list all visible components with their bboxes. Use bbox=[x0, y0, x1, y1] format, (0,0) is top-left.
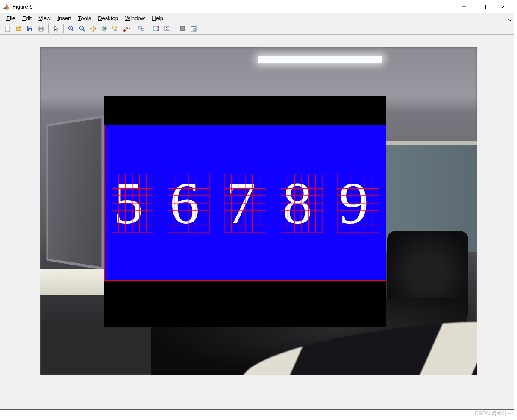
figure-window: Figure 9 File Edit View Insert Tools Des… bbox=[0, 0, 514, 410]
svg-rect-30 bbox=[158, 29, 159, 31]
digit-value: 5 bbox=[113, 170, 143, 236]
digit-cell-2: 7 bbox=[226, 175, 264, 231]
svg-rect-31 bbox=[165, 26, 170, 31]
svg-point-24 bbox=[123, 30, 125, 32]
rotate-3d-button[interactable] bbox=[99, 24, 109, 33]
close-button[interactable] bbox=[494, 0, 513, 13]
brush-button[interactable]: ▼ bbox=[121, 24, 132, 33]
pan-button[interactable] bbox=[88, 24, 98, 33]
svg-rect-9 bbox=[40, 26, 42, 28]
digit-value: 6 bbox=[170, 170, 200, 236]
link-plots-button[interactable] bbox=[136, 24, 147, 33]
svg-rect-27 bbox=[154, 26, 158, 31]
colorbar-button[interactable] bbox=[151, 24, 162, 33]
svg-rect-7 bbox=[29, 29, 31, 31]
dock-arrow-icon[interactable]: ↘ bbox=[507, 17, 511, 23]
axes-image: 5 6 7 8 9 bbox=[40, 47, 477, 375]
title-bar: Figure 9 bbox=[0, 0, 514, 13]
menu-edit[interactable]: Edit bbox=[19, 14, 35, 22]
svg-line-12 bbox=[72, 30, 74, 32]
maximize-button[interactable] bbox=[474, 0, 494, 13]
svg-rect-39 bbox=[194, 28, 196, 31]
menu-insert[interactable]: Insert bbox=[54, 14, 75, 22]
menu-desktop[interactable]: Desktop bbox=[94, 14, 122, 22]
svg-rect-38 bbox=[191, 26, 196, 27]
legend-button[interactable] bbox=[162, 24, 173, 33]
zoom-out-button[interactable] bbox=[77, 24, 87, 33]
print-button[interactable] bbox=[36, 24, 46, 33]
digit-cell-4: 9 bbox=[339, 175, 377, 231]
svg-rect-36 bbox=[180, 26, 185, 31]
digit-value: 7 bbox=[226, 170, 256, 236]
pointer-button[interactable] bbox=[51, 24, 61, 33]
menu-help[interactable]: Help bbox=[148, 14, 167, 22]
data-cursor-button[interactable] bbox=[110, 24, 120, 33]
svg-rect-10 bbox=[40, 29, 42, 31]
svg-line-16 bbox=[83, 30, 85, 32]
svg-rect-21 bbox=[113, 26, 117, 29]
digit-cell-0: 5 bbox=[113, 175, 152, 231]
digit-value: 9 bbox=[339, 170, 369, 236]
open-button[interactable] bbox=[14, 24, 24, 33]
digit-cell-3: 8 bbox=[282, 175, 321, 231]
menu-tools[interactable]: Tools bbox=[75, 14, 94, 22]
toolbar: ▼ bbox=[0, 23, 514, 35]
minimize-button[interactable] bbox=[454, 0, 474, 13]
window-title: Figure 9 bbox=[12, 3, 33, 10]
watermark-text: CSDN @树叶~ bbox=[475, 410, 511, 417]
figure-canvas[interactable]: 5 6 7 8 9 bbox=[0, 35, 514, 409]
digit-row: 5 6 7 8 9 bbox=[104, 171, 386, 235]
matlab-icon bbox=[3, 3, 10, 10]
svg-rect-29 bbox=[158, 26, 159, 28]
save-button[interactable] bbox=[25, 24, 35, 33]
digit-value: 8 bbox=[282, 170, 312, 236]
new-figure-button[interactable] bbox=[3, 24, 13, 33]
menu-file[interactable]: File bbox=[3, 14, 19, 22]
digit-cell-1: 6 bbox=[170, 175, 208, 231]
svg-point-20 bbox=[104, 28, 105, 29]
zoom-in-button[interactable] bbox=[66, 24, 76, 33]
dock-figure-button[interactable] bbox=[188, 24, 199, 33]
menu-bar: File Edit View Insert Tools Desktop Wind… bbox=[0, 13, 514, 23]
menu-view[interactable]: View bbox=[35, 14, 54, 22]
hide-tools-button[interactable] bbox=[177, 24, 188, 33]
menu-window[interactable]: Window bbox=[122, 14, 148, 22]
svg-rect-1 bbox=[482, 5, 486, 9]
svg-rect-6 bbox=[28, 26, 32, 28]
